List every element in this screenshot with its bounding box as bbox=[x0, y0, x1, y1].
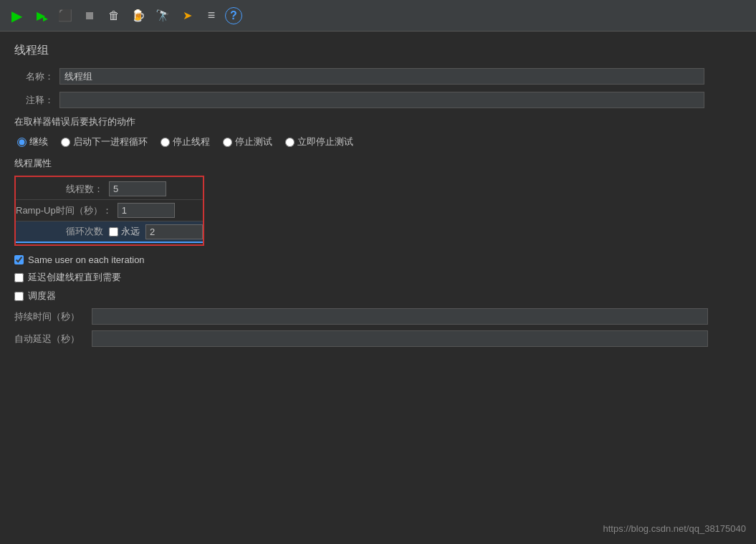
help-btn[interactable]: ? bbox=[225, 7, 242, 24]
loop-count-label: 循环次数 bbox=[16, 225, 109, 238]
forever-checkbox[interactable] bbox=[109, 227, 118, 237]
thread-count-row: 线程数： bbox=[16, 178, 203, 200]
page-title: 线程组 bbox=[14, 43, 742, 58]
duration-section: 持续时间（秒） 自动延迟（秒） bbox=[14, 308, 742, 347]
forever-text: 永远 bbox=[121, 225, 140, 238]
delay-label: 自动延迟（秒） bbox=[14, 333, 86, 345]
rampup-label: Ramp-Up时间（秒）： bbox=[16, 204, 118, 217]
thread-count-label: 线程数： bbox=[16, 183, 109, 196]
loop-count-input[interactable] bbox=[145, 224, 203, 239]
highlight-box: 线程数： Ramp-Up时间（秒）： 循环次数 永远 bbox=[14, 176, 204, 246]
toolbar: ▶ ▶▶ ⬛ ⏹ 🗑 🍺 🔭 ➤ ≡ ? bbox=[0, 0, 756, 32]
arrow-btn[interactable]: ➤ bbox=[176, 5, 198, 27]
duration-input[interactable] bbox=[92, 308, 708, 325]
thread-count-input[interactable] bbox=[109, 181, 166, 196]
start-no-pause-btn[interactable]: ▶▶ bbox=[30, 5, 52, 27]
comment-row: 注释： bbox=[14, 92, 742, 108]
comment-label: 注释： bbox=[14, 94, 54, 107]
radio-stop-test-label: 停止测试 bbox=[235, 135, 272, 148]
radio-stop-thread-label: 停止线程 bbox=[173, 135, 210, 148]
beer-btn[interactable]: 🍺 bbox=[128, 5, 149, 27]
scheduler-row[interactable]: 调度器 bbox=[14, 290, 742, 302]
radio-start-next[interactable]: 启动下一进程循环 bbox=[61, 135, 148, 148]
delay-create-row[interactable]: 延迟创建线程直到需要 bbox=[14, 271, 742, 284]
same-user-row[interactable]: Same user on each iteration bbox=[14, 254, 742, 265]
radio-start-next-label: 启动下一进程循环 bbox=[73, 135, 148, 148]
same-user-label: Same user on each iteration bbox=[28, 254, 145, 265]
stop-btn[interactable]: ⬛ bbox=[54, 5, 76, 27]
name-input[interactable] bbox=[59, 68, 704, 85]
footer-watermark: https://blog.csdn.net/qq_38175040 bbox=[603, 523, 747, 534]
delay-row: 自动延迟（秒） bbox=[14, 330, 742, 347]
scheduler-label: 调度器 bbox=[28, 290, 56, 302]
duration-label: 持续时间（秒） bbox=[14, 310, 86, 323]
radio-stop-thread[interactable]: 停止线程 bbox=[161, 135, 210, 148]
delay-create-label: 延迟创建线程直到需要 bbox=[28, 271, 121, 284]
delay-input[interactable] bbox=[92, 330, 708, 347]
thread-props-section: 线程属性 线程数： Ramp-Up时间（秒）： 循环次数 永远 bbox=[14, 157, 742, 347]
loop-count-row: 循环次数 永远 bbox=[16, 221, 203, 243]
search-btn[interactable]: 🔭 bbox=[152, 5, 173, 27]
delay-create-checkbox[interactable] bbox=[14, 273, 24, 282]
scheduler-checkbox[interactable] bbox=[14, 292, 24, 301]
rampup-row: Ramp-Up时间（秒）： bbox=[16, 200, 203, 221]
comment-input[interactable] bbox=[59, 92, 704, 108]
main-content: 线程组 名称： 注释： 在取样器错误后要执行的动作 继续 启动下一进程循环 停止… bbox=[0, 32, 756, 364]
checkbox-section: Same user on each iteration 延迟创建线程直到需要 调… bbox=[14, 254, 742, 302]
forever-label[interactable]: 永远 bbox=[109, 225, 140, 238]
same-user-checkbox[interactable] bbox=[14, 255, 24, 264]
clear-btn[interactable]: 🗑 bbox=[103, 5, 125, 27]
name-row: 名称： bbox=[14, 68, 742, 85]
stop-now-btn[interactable]: ⏹ bbox=[79, 5, 100, 27]
error-action-header: 在取样器错误后要执行的动作 bbox=[14, 115, 742, 128]
radio-continue-label: 继续 bbox=[29, 135, 48, 148]
radio-stop-test-now-label: 立即停止测试 bbox=[297, 135, 353, 148]
list-btn[interactable]: ≡ bbox=[201, 5, 222, 27]
rampup-input[interactable] bbox=[118, 203, 175, 218]
radio-continue[interactable]: 继续 bbox=[17, 135, 48, 148]
error-action-radio-group: 继续 启动下一进程循环 停止线程 停止测试 立即停止测试 bbox=[17, 135, 742, 148]
radio-stop-test-now[interactable]: 立即停止测试 bbox=[285, 135, 353, 148]
name-label: 名称： bbox=[14, 70, 54, 83]
start-btn[interactable]: ▶ bbox=[6, 5, 27, 27]
thread-props-header: 线程属性 bbox=[14, 157, 742, 170]
radio-stop-test[interactable]: 停止测试 bbox=[223, 135, 272, 148]
duration-row: 持续时间（秒） bbox=[14, 308, 742, 325]
